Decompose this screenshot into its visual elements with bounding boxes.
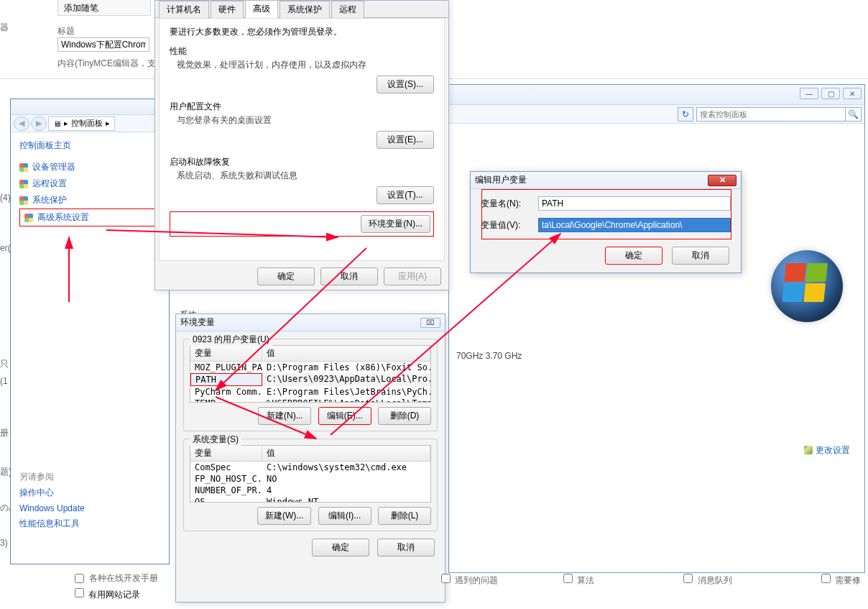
var-value-label: 变量值(V): — [481, 219, 538, 232]
editor-tab-addnote[interactable]: 添加随笔 — [57, 0, 151, 16]
var-name-label: 变量名(N): — [481, 198, 538, 210]
control-panel-sidebar: ◀ ▶ 🖥 ▸ 控制面板 ▸ 控制面板主页 设备管理器 远程设置 系统保护 高级… — [10, 99, 170, 564]
sys-delete-button[interactable]: 删除(L) — [378, 507, 431, 525]
checkbox[interactable] — [563, 574, 573, 583]
table-row[interactable]: PATHC:\Users\0923\AppData\Local\Pro... — [190, 373, 430, 386]
close-button[interactable]: ✕ — [843, 88, 862, 99]
title-label: 标题 — [57, 25, 75, 37]
table-row[interactable]: PyCharm Comm...E:\Program Files\JetBrain… — [190, 386, 430, 398]
dialog-titlebar[interactable]: 编辑用户变量 ✕ — [471, 172, 741, 189]
background-fragment: er( — [0, 237, 11, 259]
apply-button[interactable]: 应用(A) — [384, 267, 441, 285]
dialog-titlebar[interactable]: 环境变量 ⌧ — [176, 314, 445, 331]
table-row[interactable]: FP_NO_HOST_C...NO — [190, 473, 430, 485]
refresh-button[interactable]: ↻ — [678, 107, 693, 122]
system-properties-dialog: 计算机名 硬件 高级 系统保护 远程 要进行大多数更改，您必须作为管理员登录。 … — [154, 0, 449, 290]
ok-button[interactable]: 确定 — [312, 539, 369, 557]
cancel-button[interactable]: 取消 — [377, 539, 435, 557]
checkbox[interactable] — [75, 588, 84, 597]
perf-desc: 视觉效果，处理器计划，内存使用，以及虚拟内存 — [177, 59, 434, 71]
link-perf-info[interactable]: 性能信息和工具 — [19, 517, 160, 531]
table-row[interactable]: ComSpecC:\windows\system32\cmd.exe — [190, 462, 430, 473]
search-icon[interactable]: 🔍 — [845, 108, 861, 121]
table-row[interactable]: OSWindows_NT — [190, 496, 430, 503]
computer-icon: 🖥 — [53, 119, 61, 128]
table-row[interactable]: TEMP%USERPROFILE%\AppData\Local\Temp — [190, 398, 430, 403]
tab-system-protection[interactable]: 系统保护 — [280, 1, 330, 18]
tab-advanced[interactable]: 高级 — [245, 0, 278, 18]
var-value-input[interactable] — [538, 218, 731, 232]
sys-vars-list[interactable]: 变量 值 ComSpecC:\windows\system32\cmd.exeF… — [190, 445, 431, 503]
address-bar: ↻ 🔍 — [449, 105, 864, 124]
col-var: 变量 — [190, 446, 262, 461]
link-advanced-system-settings[interactable]: 高级系统设置 — [19, 209, 160, 226]
background-fragment: 只(1 — [0, 352, 9, 392]
breadcrumb[interactable]: 🖥 ▸ 控制面板 ▸ — [48, 116, 115, 131]
dialog-title: 环境变量 — [180, 316, 215, 329]
checkbox[interactable] — [75, 574, 84, 583]
user-delete-button[interactable]: 删除(D) — [378, 407, 431, 425]
see-also-label: 另请参阅 — [19, 471, 160, 483]
change-settings-link[interactable]: 更改设置 — [804, 444, 850, 457]
perf-settings-button[interactable]: 设置(S)... — [377, 75, 434, 93]
sys-vars-group-label: 系统变量(S) — [190, 434, 241, 446]
shield-icon — [19, 196, 28, 205]
edit-user-var-dialog: 编辑用户变量 ✕ 变量名(N): 变量值(V): 确定 取消 — [470, 171, 742, 273]
col-var: 变量 — [190, 346, 262, 361]
startup-settings-button[interactable]: 设置(T)... — [377, 186, 434, 204]
user-vars-list[interactable]: 变量 值 MOZ_PLUGIN_PATHD:\Program Files (x8… — [190, 345, 431, 403]
cancel-button[interactable]: 取消 — [320, 267, 378, 285]
checkbox[interactable] — [441, 574, 451, 583]
tab-remote[interactable]: 远程 — [331, 1, 364, 18]
cancel-button[interactable]: 取消 — [672, 247, 729, 265]
ok-button[interactable]: 确定 — [605, 247, 662, 265]
background-fragment: (4) — [0, 187, 11, 209]
maximize-button[interactable]: ▢ — [821, 88, 840, 99]
env-vars-dialog: 环境变量 ⌧ 0923 的用户变量(U) 变量 值 MOZ_PLUGIN_PAT… — [175, 313, 445, 603]
env-vars-button[interactable]: 环境变量(N)... — [361, 215, 430, 233]
profiles-settings-button[interactable]: 设置(E)... — [377, 131, 434, 149]
sys-edit-button[interactable]: 编辑(I)... — [318, 507, 371, 525]
user-vars-group-label: 0923 的用户变量(U) — [190, 334, 272, 346]
link-device-manager[interactable]: 设备管理器 — [19, 159, 160, 175]
content-label: 内容(TinyMCE编辑器，支 — [57, 58, 156, 70]
tab-computer-name[interactable]: 计算机名 — [159, 1, 209, 18]
startup-heading: 启动和故障恢复 — [170, 156, 434, 168]
windows-logo — [764, 243, 850, 329]
link-windows-update[interactable]: Windows Update — [19, 503, 160, 514]
window-titlebar[interactable] — [11, 99, 169, 115]
link-remote-settings[interactable]: 远程设置 — [19, 175, 160, 192]
search-input[interactable] — [697, 108, 844, 121]
close-button[interactable]: ⌧ — [420, 318, 440, 328]
title-input[interactable] — [57, 37, 149, 52]
col-val: 值 — [262, 446, 430, 461]
background-fragment: 有用网站记录 — [72, 586, 140, 601]
perf-heading: 性能 — [170, 45, 434, 58]
window-titlebar[interactable]: — ▢ ✕ — [449, 85, 864, 105]
minimize-button[interactable]: — — [800, 88, 818, 99]
close-button[interactable]: ✕ — [708, 175, 737, 186]
forward-button[interactable]: ▶ — [31, 116, 47, 131]
table-row[interactable]: NUMBER_OF_PR...4 — [190, 485, 430, 496]
var-name-input[interactable] — [538, 196, 731, 211]
background-fragment: 各种在线开发手册 — [72, 572, 158, 585]
user-new-button[interactable]: 新建(N)... — [258, 407, 311, 425]
background-fragment: 器 — [0, 22, 9, 40]
ok-button[interactable]: 确定 — [257, 267, 315, 285]
table-row[interactable]: MOZ_PLUGIN_PATHD:\Program Files (x86)\Fo… — [190, 362, 430, 373]
col-val: 值 — [262, 346, 430, 361]
tab-hardware[interactable]: 硬件 — [211, 1, 244, 18]
shield-icon — [19, 163, 28, 172]
checkbox[interactable] — [683, 574, 693, 583]
back-button[interactable]: ◀ — [14, 116, 29, 131]
cp-heading: 控制面板主页 — [19, 139, 160, 152]
sys-new-button[interactable]: 新建(W)... — [257, 507, 311, 525]
search-box[interactable]: 🔍 — [696, 107, 862, 122]
tab-bar: 计算机名 硬件 高级 系统保护 远程 — [155, 1, 448, 18]
link-action-center[interactable]: 操作中心 — [19, 486, 160, 500]
link-system-protection[interactable]: 系统保护 — [19, 192, 160, 209]
user-edit-button[interactable]: 编辑(E)... — [318, 407, 371, 425]
checkbox[interactable] — [821, 574, 831, 583]
dialog-title: 编辑用户变量 — [475, 174, 527, 186]
nav-toolbar: ◀ ▶ 🖥 ▸ 控制面板 ▸ — [11, 115, 169, 132]
